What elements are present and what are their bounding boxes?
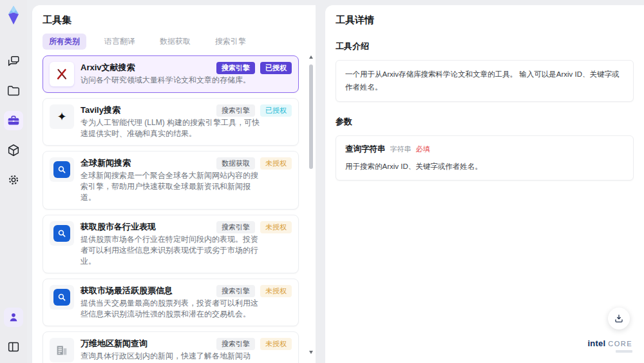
news-search-icon — [50, 285, 74, 309]
params-heading: 参数 — [336, 116, 634, 128]
tab-all-categories[interactable]: 所有类别 — [43, 34, 86, 50]
tool-list-item[interactable]: 获取股市各行业表现 提供股票市场各个行业在特定时间段内的表现。投资者可以利用这些… — [43, 215, 299, 273]
toolbox-icon — [6, 113, 21, 128]
sidebar-item-chat[interactable] — [4, 52, 23, 71]
detail-title: 工具详情 — [336, 14, 634, 26]
tool-description: 专为人工智能代理 (LLM) 构建的搜索引擎工具，可快速提供实时、准确和真实的结… — [80, 117, 261, 139]
folder-icon — [6, 84, 21, 98]
tool-detail-panel: 工具详情 工具介绍 一个用于从Arxiv存储库搜索科学论文和文章的工具。 输入可… — [325, 5, 644, 363]
tab-data-fetch[interactable]: 数据获取 — [153, 34, 197, 50]
param-type: 字符串 — [390, 144, 412, 154]
tool-category-badge: 搜索引擎 — [216, 285, 255, 297]
tool-status-badge: 已授权 — [260, 62, 292, 74]
tool-description: 提供股票市场各个行业在特定时间段内的表现。投资者可以利用这些信息来识别表现优于或… — [80, 234, 261, 267]
intel-logo-bar — [616, 350, 632, 353]
scrollbar-thumb[interactable] — [309, 64, 313, 169]
tab-search-engine[interactable]: 搜索引擎 — [209, 34, 252, 50]
intro-box: 一个用于从Arxiv存储库搜索科学论文和文章的工具。 输入可以是Arxiv ID… — [336, 60, 634, 102]
user-icon — [7, 311, 20, 324]
chat-icon — [6, 54, 21, 68]
scroll-up-arrow[interactable] — [309, 55, 313, 59]
news-search-icon — [50, 221, 74, 246]
tool-description: 提供当天交易量最高的股票列表，投资者可以利用这些信息来识别流动性强的股票和潜在的… — [80, 298, 261, 320]
building-news-icon — [50, 338, 74, 362]
param-box: 查询字符串 字符串 必填 用于搜索的Arxiv ID、关键字或作者姓名。 — [336, 135, 634, 181]
param-name: 查询字符串 — [345, 144, 386, 155]
tool-status-badge: 未授权 — [260, 221, 292, 233]
param-description: 用于搜索的Arxiv ID、关键字或作者姓名。 — [345, 161, 624, 172]
core-wordmark: core — [608, 340, 632, 348]
sidebar-item-packages[interactable] — [4, 141, 23, 160]
sidebar-item-collapse-panel[interactable] — [4, 337, 23, 357]
tool-category-badge: 数据获取 — [216, 157, 255, 170]
tool-description: 查询具体行政区划内的新闻，快速了解各地新闻动 — [80, 351, 251, 362]
sidebar-item-settings[interactable] — [4, 170, 23, 190]
toolset-panel: 工具集 所有类别 语言翻译 数据获取 搜索引擎 Arxiv文献搜索 访问各个研究… — [32, 5, 316, 363]
intro-heading: 工具介绍 — [336, 41, 634, 52]
tool-list-item[interactable]: ✦ Tavily搜索 专为人工智能代理 (LLM) 构建的搜索引擎工具，可快速提… — [43, 98, 299, 146]
intel-wordmark: intel — [587, 338, 605, 348]
tool-status-badge: 未授权 — [260, 285, 292, 297]
tool-category-badge: 搜索引擎 — [216, 62, 255, 74]
tool-list-item[interactable]: 全球新闻搜索 全球新闻搜索是一个聚合全球各大新闻网站内容的搜索引擎，帮助用户快速… — [43, 151, 299, 210]
download-button[interactable] — [608, 308, 630, 329]
tab-language-translation[interactable]: 语言翻译 — [98, 34, 142, 50]
tool-category-badge: 搜索引擎 — [216, 104, 255, 117]
news-search-icon — [50, 157, 74, 182]
tool-list-item[interactable]: Arxiv文献搜索 访问各个研究领域大量科学论文和文章的存储库。 搜索引擎 已授… — [43, 55, 299, 93]
tool-description: 全球新闻搜索是一个聚合全球各大新闻网站内容的搜索引擎，帮助用户快速获取全球最新资… — [80, 170, 261, 203]
tool-category-badge: 搜索引擎 — [216, 338, 255, 350]
category-tabs: 所有类别 语言翻译 数据获取 搜索引擎 — [43, 34, 305, 49]
sidebar-item-user[interactable] — [4, 308, 23, 327]
four-point-star-icon: ✦ — [50, 104, 74, 129]
scroll-down-arrow[interactable] — [309, 351, 313, 354]
arxiv-logo-icon — [50, 62, 74, 86]
page-title: 工具集 — [43, 14, 305, 27]
panel-layout-icon — [6, 340, 21, 354]
package-icon — [6, 143, 21, 157]
tool-status-badge: 已授权 — [260, 104, 292, 117]
tool-list-item[interactable]: 获取市场最活跃股票信息 提供当天交易量最高的股票列表，投资者可以利用这些信息来识… — [43, 279, 299, 326]
sidebar-item-files[interactable] — [4, 81, 23, 101]
tool-description: 访问各个研究领域大量科学论文和文章的存储库。 — [80, 75, 251, 86]
tool-status-badge: 未授权 — [260, 157, 292, 170]
tool-list-item[interactable]: 万维地区新闻查询 查询具体行政区划内的新闻，快速了解各地新闻动 搜索引擎 未授权 — [43, 331, 299, 363]
list-scrollbar[interactable] — [308, 55, 314, 354]
intel-core-logo: intel core — [587, 338, 632, 353]
tool-status-badge: 未授权 — [260, 338, 292, 350]
intro-text: 一个用于从Arxiv存储库搜索科学论文和文章的工具。 输入可以是Arxiv ID… — [345, 68, 624, 93]
app-logo[interactable] — [4, 5, 23, 26]
settings-gear-icon — [6, 173, 21, 187]
tool-list: Arxiv文献搜索 访问各个研究领域大量科学论文和文章的存储库。 搜索引擎 已授… — [43, 55, 305, 363]
tool-category-badge: 搜索引擎 — [216, 221, 255, 233]
download-icon — [614, 313, 624, 324]
sidebar-item-toolbox[interactable] — [4, 111, 23, 130]
param-required-badge: 必填 — [416, 144, 430, 154]
left-rail — [0, 0, 27, 363]
